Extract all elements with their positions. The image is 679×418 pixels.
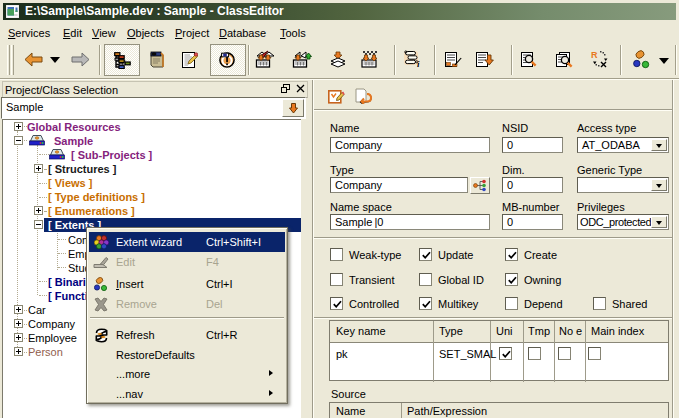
svg-text:i: i (417, 59, 420, 68)
svg-text:R: R (591, 50, 598, 60)
